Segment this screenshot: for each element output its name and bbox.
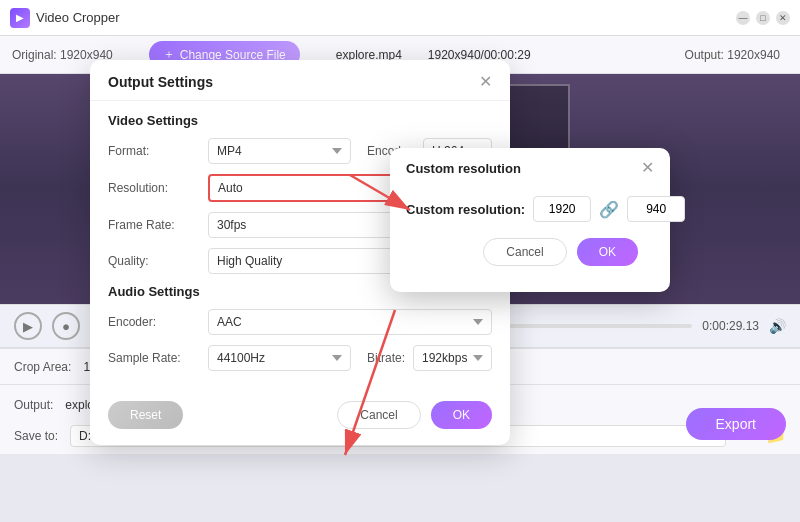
link-icon: 🔗: [599, 200, 619, 219]
cancel-button-dialog[interactable]: Cancel: [337, 401, 420, 429]
play-button[interactable]: ▶: [14, 312, 42, 340]
bitrate-select[interactable]: 192kbps128kbps320kbps: [413, 345, 492, 371]
bitrate-label: Bitrate:: [367, 351, 405, 365]
ok-button-dialog[interactable]: OK: [431, 401, 492, 429]
format-select[interactable]: MP4MOVAVIMKV: [208, 138, 351, 164]
width-input[interactable]: [533, 196, 591, 222]
bitrate-wrapper: Bitrate: 192kbps128kbps320kbps: [367, 345, 492, 371]
app-logo: ▶ Video Cropper: [10, 8, 120, 28]
play-icon: ▶: [23, 319, 33, 334]
video-settings-title: Video Settings: [108, 113, 492, 128]
title-bar: ▶ Video Cropper — □ ✕: [0, 0, 800, 36]
volume-icon[interactable]: 🔊: [769, 318, 786, 334]
custom-dialog-close-button[interactable]: ✕: [641, 160, 654, 176]
custom-dialog-title: Custom resolution: [406, 161, 521, 176]
reset-button-dialog[interactable]: Reset: [108, 401, 183, 429]
custom-resolution-dialog: Custom resolution ✕ Custom resolution: 🔗…: [390, 148, 670, 292]
app-title: Video Cropper: [36, 10, 120, 25]
framerate-label: Frame Rate:: [108, 218, 208, 232]
custom-dialog-body: Custom resolution: 🔗 Cancel OK: [390, 186, 670, 276]
audio-encoder-label: Encoder:: [108, 315, 208, 329]
audio-encoder-select[interactable]: AACMP3AC3: [208, 309, 492, 335]
crop-area-label: Crop Area:: [14, 360, 71, 374]
export-button[interactable]: Export: [686, 408, 786, 440]
sample-rate-select[interactable]: 44100Hz22050Hz48000Hz: [208, 345, 351, 371]
time-display: 0:00:29.13: [702, 319, 759, 333]
maximize-button[interactable]: □: [756, 11, 770, 25]
custom-resolution-row: Custom resolution: 🔗: [406, 196, 654, 222]
output-file-label: Output:: [14, 398, 53, 412]
app-logo-icon: ▶: [10, 8, 30, 28]
dialog-header: Output Settings ✕: [90, 60, 510, 101]
save-to-label: Save to:: [14, 429, 58, 443]
dialog-footer: Reset Cancel OK: [90, 393, 510, 429]
dialog-title: Output Settings: [108, 74, 213, 90]
custom-resolution-label: Custom resolution:: [406, 202, 525, 217]
stop-icon: ●: [62, 319, 70, 334]
resolution-label: Resolution:: [108, 181, 208, 195]
custom-ok-button[interactable]: OK: [577, 238, 638, 266]
custom-dialog-footer: Cancel OK: [406, 238, 654, 266]
sample-rate-row: Sample Rate: 44100Hz22050Hz48000Hz Bitra…: [108, 345, 492, 371]
sample-rate-label: Sample Rate:: [108, 351, 208, 365]
quality-label: Quality:: [108, 254, 208, 268]
output-info: Output: 1920x940: [685, 48, 780, 62]
custom-dialog-header: Custom resolution ✕: [390, 148, 670, 186]
audio-encoder-row: Encoder: AACMP3AC3: [108, 309, 492, 335]
stop-button[interactable]: ●: [52, 312, 80, 340]
window-controls: — □ ✕: [736, 11, 790, 25]
custom-cancel-button[interactable]: Cancel: [483, 238, 566, 266]
close-button[interactable]: ✕: [776, 11, 790, 25]
height-input[interactable]: [627, 196, 685, 222]
dialog-close-button[interactable]: ✕: [479, 74, 492, 90]
format-label: Format:: [108, 144, 208, 158]
minimize-button[interactable]: —: [736, 11, 750, 25]
